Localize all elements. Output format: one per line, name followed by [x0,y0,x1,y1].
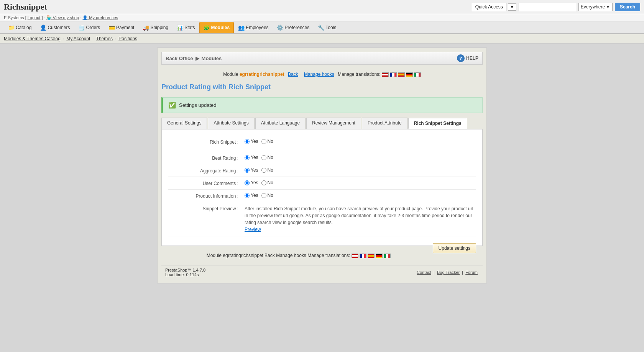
tab-product_attr[interactable]: Product Attribute [362,118,407,129]
nav-item-preferences[interactable]: ⚙️Preferences [273,22,314,33]
search-input[interactable] [519,3,576,11]
system-bar: E Systems [ Logout ] · 🏪 View my shop · … [0,14,644,22]
footer-manage-hooks-link[interactable]: Manage hooks [276,253,306,258]
nav-label-tools: Tools [325,25,336,30]
footer-back-link[interactable]: Back [264,253,275,258]
footer-flag-fr[interactable] [360,254,366,258]
user-comments-yes[interactable]: Yes [245,180,258,185]
search-scope[interactable]: Everywhere ▼ [578,3,613,11]
system-prefix: E [4,15,7,20]
flag-fr[interactable] [390,72,397,77]
contact-link[interactable]: Contact [417,270,431,275]
update-settings-button[interactable]: Update settings [433,243,476,253]
rich-snippet-row: Rich Snippet : Yes No [168,136,476,148]
footer-flag-us[interactable] [352,254,358,258]
aggregate-rating-value: Yes No [245,167,476,173]
flag-de[interactable] [406,72,413,77]
tab-review[interactable]: Review Management [306,118,361,129]
nav-icon-modules: 🧩 [204,25,210,31]
preview-link[interactable]: Preview [245,227,261,232]
best-rating-row: Best Rating : Yes No [168,152,476,164]
breadcrumb-arrow: ▶ [196,56,199,61]
footer-flag-de[interactable] [376,254,383,258]
sub-navigation: Modules & Themes Catalog · My Account · … [0,34,644,44]
bug-tracker-link[interactable]: Bug Tracker [437,270,460,275]
product-information-yes[interactable]: Yes [245,193,258,198]
footer-language-flags [352,254,391,258]
success-message: ✅ Settings updated [161,97,483,113]
product-information-no[interactable]: No [261,193,273,198]
nav-label-payment: Payment [116,25,134,30]
tab-rich_snippet[interactable]: Rich Snippet Settings [408,118,467,129]
nav-label-orders: Orders [86,25,100,30]
nav-item-shipping[interactable]: 🚚Shipping [138,22,172,33]
systems-label: Systems [ [8,15,27,20]
nav-item-orders[interactable]: 🗒️Orders [74,22,104,33]
nav-item-employees[interactable]: 👥Employees [234,22,273,33]
best-rating-no[interactable]: No [261,155,273,160]
footer-links: Contact | Bug Tracker | Forum [416,270,479,275]
quick-access-container: Quick Access ▼ [472,3,516,11]
manage-translations-label: Manage translations: [338,72,380,77]
aggregate-rating-label: Aggregate Rating : [168,167,245,174]
aggregate-rating-yes[interactable]: Yes [245,167,258,173]
nav-item-tools[interactable]: 🔧Tools [314,22,340,33]
load-time: Load time: 0.114s [165,272,199,277]
user-comments-radio-group: Yes No [245,180,273,185]
nav-item-payment[interactable]: 💳Payment [104,22,138,33]
search-button[interactable]: Search [615,3,640,11]
best-rating-radio-group: Yes No [245,155,273,160]
footer-flag-it[interactable] [384,254,391,258]
rich-snippet-no[interactable]: No [261,139,273,144]
sub-nav-my-account[interactable]: My Account [66,36,90,41]
nav-label-preferences: Preferences [285,25,310,30]
quick-access-dropdown[interactable]: ▼ [508,3,516,11]
nav-label-modules: Modules [211,25,230,30]
tab-attribute_lang[interactable]: Attribute Language [255,118,306,129]
preferences-link[interactable]: 👤 My preferences [82,15,118,20]
help-label: HELP [466,56,478,61]
best-rating-value: Yes No [245,155,476,160]
nav-label-customers: Customers [48,25,70,30]
user-comments-no[interactable]: No [261,180,273,185]
sub-nav-separator: · [63,36,64,41]
nav-icon-payment: 💳 [108,25,115,31]
rich-snippet-yes[interactable]: Yes [245,139,258,144]
sub-nav-positions[interactable]: Positions [118,36,137,41]
nav-label-catalog: Catalog [16,25,31,30]
help-button[interactable]: ? HELP [457,54,478,62]
nav-icon-stats: 📊 [177,25,183,31]
forum-link[interactable]: Forum [465,270,478,275]
success-text: Settings updated [179,102,217,108]
nav-label-stats: Stats [184,25,195,30]
flag-es[interactable] [398,72,405,77]
best-rating-yes[interactable]: Yes [245,155,258,160]
quick-access-button[interactable]: Quick Access [472,3,506,11]
back-link[interactable]: Back [288,72,298,77]
product-information-row: Product Information : Yes No [168,190,476,202]
top-right-controls: Quick Access ▼ Everywhere ▼ Search [472,3,640,11]
nav-item-stats[interactable]: 📊Stats [172,22,199,33]
module-header-top: Module egrratingrichsnippet Back Manage … [161,69,483,80]
best-rating-label: Best Rating : [168,155,245,161]
tab-general[interactable]: General Settings [161,118,207,129]
nav-label-shipping: Shipping [150,25,168,30]
tab-attribute[interactable]: Attribute Settings [208,118,254,129]
flag-us[interactable] [382,72,389,77]
footer-flag-es[interactable] [368,254,375,258]
footer-translations-label: Manage translations: [307,253,350,258]
nav-item-modules[interactable]: 🧩Modules [199,22,234,33]
sub-nav-themes[interactable]: Themes [96,36,113,41]
nav-icon-orders: 🗒️ [78,25,84,31]
logout-link[interactable]: Logout [28,15,41,20]
flag-it[interactable] [414,72,421,77]
bottom-bar: PrestaShop™ 1.4.7.0 Load time: 0.114s Co… [161,265,483,279]
sub-nav-modules-&-themes-catalog[interactable]: Modules & Themes Catalog [4,36,61,41]
nav-item-customers[interactable]: 👤Customers [36,22,74,33]
nav-item-catalog[interactable]: 📁Catalog [4,22,36,33]
aggregate-rating-no[interactable]: No [261,167,273,173]
breadcrumb-home[interactable]: Back Office [166,56,193,61]
product-information-value: Yes No [245,193,476,198]
manage-hooks-link[interactable]: Manage hooks [304,72,334,77]
view-shop-link[interactable]: 🏪 View my shop [46,15,79,20]
